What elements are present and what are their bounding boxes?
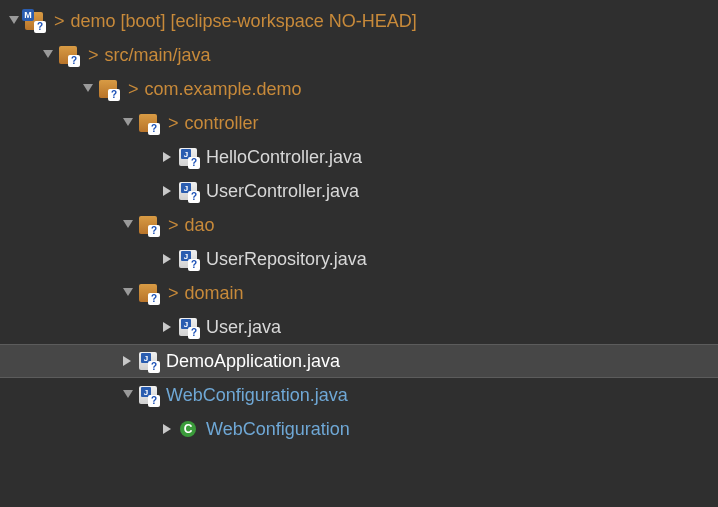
file-label: UserRepository.java [206, 249, 367, 270]
expand-arrow-icon[interactable] [120, 288, 136, 298]
expand-arrow-icon[interactable] [120, 390, 136, 400]
package-icon: ? [138, 113, 158, 133]
java-file-icon: J? [178, 147, 198, 167]
svg-marker-0 [9, 16, 19, 24]
expand-arrow-icon[interactable] [120, 220, 136, 230]
collapse-arrow-icon[interactable] [160, 186, 176, 196]
svg-marker-10 [123, 356, 131, 366]
package-explorer-tree[interactable]: M? > demo [boot] [eclipse-workspace NO-H… [0, 0, 718, 446]
file-label: HelloController.java [206, 147, 362, 168]
collapse-arrow-icon[interactable] [160, 424, 176, 434]
tree-row-class[interactable]: C WebConfiguration [0, 412, 718, 446]
package-label: dao [185, 215, 215, 236]
tree-row-file[interactable]: J? HelloController.java [0, 140, 718, 174]
tree-row-file[interactable]: J? User.java [0, 310, 718, 344]
java-file-icon: J? [178, 317, 198, 337]
project-name: demo [71, 11, 116, 32]
package-icon: ? [138, 215, 158, 235]
expand-arrow-icon[interactable] [80, 84, 96, 94]
file-label: User.java [206, 317, 281, 338]
java-file-icon: J? [138, 351, 158, 371]
java-file-icon: J? [178, 249, 198, 269]
project-suffix: [boot] [eclipse-workspace NO-HEAD] [121, 11, 417, 32]
package-icon: ? [98, 79, 118, 99]
git-dirty-marker: > [168, 215, 179, 236]
package-label: com.example.demo [145, 79, 302, 100]
file-label: DemoApplication.java [166, 351, 340, 372]
tree-row-package-domain[interactable]: ? > domain [0, 276, 718, 310]
tree-row-package-dao[interactable]: ? > dao [0, 208, 718, 242]
expand-arrow-icon[interactable] [6, 16, 22, 26]
svg-marker-12 [163, 424, 171, 434]
git-dirty-marker: > [168, 283, 179, 304]
svg-marker-2 [83, 84, 93, 92]
svg-marker-11 [123, 390, 133, 398]
svg-marker-8 [123, 288, 133, 296]
class-icon: C [178, 419, 198, 439]
package-icon: ? [138, 283, 158, 303]
git-dirty-marker: > [88, 45, 99, 66]
class-label: WebConfiguration [206, 419, 350, 440]
tree-row-project[interactable]: M? > demo [boot] [eclipse-workspace NO-H… [0, 4, 718, 38]
svg-marker-4 [163, 152, 171, 162]
collapse-arrow-icon[interactable] [160, 254, 176, 264]
git-dirty-marker: > [54, 11, 65, 32]
tree-row-file[interactable]: J? UserRepository.java [0, 242, 718, 276]
git-dirty-marker: > [128, 79, 139, 100]
svg-marker-3 [123, 118, 133, 126]
file-label: UserController.java [206, 181, 359, 202]
tree-row-package-controller[interactable]: ? > controller [0, 106, 718, 140]
expand-arrow-icon[interactable] [120, 118, 136, 128]
file-label: WebConfiguration.java [166, 385, 348, 406]
tree-row-file-selected[interactable]: J? DemoApplication.java [0, 344, 718, 378]
svg-marker-7 [163, 254, 171, 264]
collapse-arrow-icon[interactable] [160, 152, 176, 162]
tree-row-file[interactable]: J? WebConfiguration.java [0, 378, 718, 412]
package-label: domain [185, 283, 244, 304]
src-folder-label: src/main/java [105, 45, 211, 66]
tree-row-package[interactable]: ? > com.example.demo [0, 72, 718, 106]
java-file-icon: J? [178, 181, 198, 201]
svg-marker-6 [123, 220, 133, 228]
svg-marker-5 [163, 186, 171, 196]
java-file-icon: J? [138, 385, 158, 405]
tree-row-file[interactable]: J? UserController.java [0, 174, 718, 208]
package-label: controller [185, 113, 259, 134]
project-icon: M? [24, 11, 44, 31]
collapse-arrow-icon[interactable] [160, 322, 176, 332]
collapse-arrow-icon[interactable] [120, 356, 136, 366]
expand-arrow-icon[interactable] [40, 50, 56, 60]
tree-row-src-folder[interactable]: ? > src/main/java [0, 38, 718, 72]
git-dirty-marker: > [168, 113, 179, 134]
svg-marker-9 [163, 322, 171, 332]
source-folder-icon: ? [58, 45, 78, 65]
svg-marker-1 [43, 50, 53, 58]
